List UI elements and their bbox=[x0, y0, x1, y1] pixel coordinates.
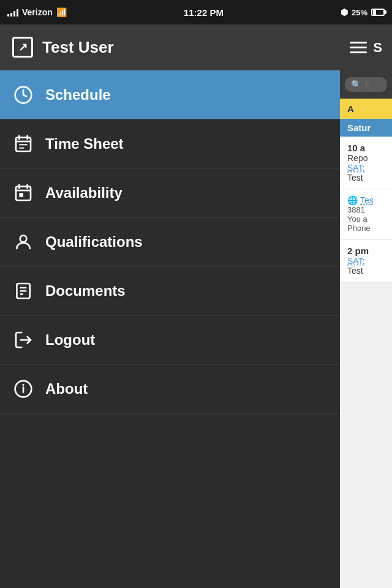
schedule-detail-1: 3881 bbox=[347, 205, 385, 214]
sidebar: Test User Schedule bbox=[0, 24, 340, 588]
schedule-label: Schedule bbox=[45, 86, 111, 104]
sidebar-item-qualifications[interactable]: Qualifications bbox=[0, 217, 340, 266]
sidebar-item-schedule[interactable]: Schedule bbox=[0, 70, 340, 119]
schedule-time-1: 10 a bbox=[347, 143, 385, 153]
search-icon: 🔍 bbox=[351, 80, 361, 89]
signal-icon bbox=[7, 8, 18, 17]
globe-icon: 🌐 bbox=[347, 195, 358, 205]
schedule-item-1: 10 a Repo SAT: Test bbox=[340, 137, 392, 189]
day-header: Satur bbox=[340, 119, 392, 137]
battery-label: 25% bbox=[352, 8, 368, 17]
sidebar-item-timesheet[interactable]: Time Sheet bbox=[0, 119, 340, 168]
logout-icon bbox=[12, 329, 34, 351]
carrier-label: Verizon bbox=[22, 7, 53, 17]
sidebar-item-logout[interactable]: Logout bbox=[0, 315, 340, 364]
right-panel: S 🔍 A Satur 10 a Repo SAT: Test bbox=[340, 24, 392, 588]
day-header-text: Satur bbox=[347, 123, 371, 133]
schedule-name-3: Test bbox=[347, 266, 385, 276]
status-left: Verizon 📶 bbox=[7, 7, 67, 17]
status-right: ⬢ 25% bbox=[341, 7, 385, 17]
svg-rect-7 bbox=[16, 186, 31, 200]
availability-label: Availability bbox=[45, 184, 123, 202]
schedule-time-3: 2 pm bbox=[347, 246, 385, 256]
sidebar-item-documents[interactable]: Documents bbox=[0, 266, 340, 315]
battery-icon bbox=[371, 9, 385, 16]
status-bar: Verizon 📶 11:22 PM ⬢ 25% bbox=[0, 0, 392, 24]
external-link-icon bbox=[12, 37, 33, 58]
search-container[interactable]: 🔍 bbox=[345, 77, 387, 92]
hamburger-menu-button[interactable] bbox=[350, 42, 367, 53]
right-top-bar: S bbox=[340, 24, 392, 70]
schedule-detail-3: Phone bbox=[347, 224, 385, 233]
schedule-sat-link-1[interactable]: SAT: bbox=[347, 163, 385, 173]
schedule-report-1: Repo bbox=[347, 153, 385, 163]
availability-icon bbox=[12, 182, 34, 204]
all-label: A bbox=[347, 104, 354, 114]
svg-point-12 bbox=[20, 235, 27, 242]
svg-rect-11 bbox=[19, 193, 23, 197]
timesheet-label: Time Sheet bbox=[45, 135, 124, 153]
sidebar-header[interactable]: Test User bbox=[0, 24, 340, 70]
main-layout: Test User Schedule bbox=[0, 24, 392, 588]
search-bar: 🔍 bbox=[340, 70, 392, 99]
documents-label: Documents bbox=[45, 282, 126, 300]
schedule-sat-link-3[interactable]: SAT: bbox=[347, 256, 385, 266]
bluetooth-icon: ⬢ bbox=[341, 7, 348, 17]
logout-label: Logout bbox=[45, 331, 95, 349]
schedule-content: A Satur 10 a Repo SAT: Test 🌐 Tes 3881 Y bbox=[340, 99, 392, 282]
schedule-globe-link[interactable]: Tes bbox=[360, 195, 374, 205]
sidebar-item-about[interactable]: About bbox=[0, 364, 340, 413]
about-label: About bbox=[45, 380, 88, 398]
documents-icon bbox=[12, 280, 34, 302]
s-letter: S bbox=[373, 40, 382, 56]
all-button[interactable]: A bbox=[340, 99, 392, 119]
sidebar-user-title: Test User bbox=[42, 38, 114, 57]
schedule-detail-2: You a bbox=[347, 214, 385, 224]
sidebar-item-availability[interactable]: Availability bbox=[0, 168, 340, 217]
timesheet-icon bbox=[12, 133, 34, 155]
schedule-item-3: 2 pm SAT: Test bbox=[340, 239, 392, 282]
wifi-icon: 📶 bbox=[56, 7, 67, 17]
search-input[interactable] bbox=[365, 80, 381, 89]
about-icon bbox=[12, 378, 34, 400]
schedule-item-2: 🌐 Tes 3881 You a Phone bbox=[340, 189, 392, 239]
schedule-name-1: Test bbox=[347, 173, 385, 183]
qualifications-icon bbox=[12, 231, 34, 253]
svg-point-20 bbox=[22, 383, 24, 385]
time-label: 11:22 PM bbox=[184, 7, 224, 18]
qualifications-label: Qualifications bbox=[45, 233, 143, 251]
schedule-icon bbox=[12, 84, 34, 106]
